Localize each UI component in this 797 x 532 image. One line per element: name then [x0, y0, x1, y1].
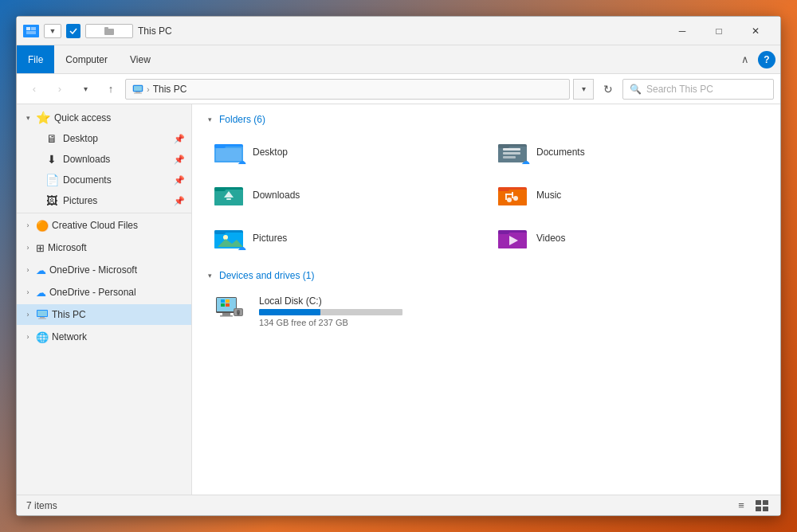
svg-rect-1	[26, 27, 30, 30]
svg-rect-37	[505, 194, 513, 195]
svg-rect-2	[31, 27, 36, 30]
sidebar-downloads-label: Downloads	[63, 154, 110, 165]
search-icon: 🔍	[630, 84, 642, 95]
maximize-button[interactable]: □	[701, 17, 737, 45]
quick-access-label: Quick access	[54, 112, 111, 123]
forward-button[interactable]: ›	[49, 78, 71, 100]
folders-section-header[interactable]: ▾ Folders (6)	[205, 114, 768, 125]
computer-address-icon	[132, 84, 143, 94]
pictures-pin-icon: 📌	[174, 196, 185, 206]
window-controls: ─ □ ✕	[664, 17, 774, 45]
svg-rect-45	[498, 230, 509, 234]
path-button[interactable]	[85, 24, 133, 38]
address-bar: ‹ › ▾ ↑ › This PC ▾ ↻ 🔍 Search This PC	[17, 74, 780, 104]
desktop-pin-icon: 📌	[174, 134, 185, 144]
detail-view-button[interactable]	[753, 497, 771, 514]
drive-item-c[interactable]: Local Disk (C:) 134 GB free of 237 GB	[205, 289, 768, 334]
nav-dropdown-button[interactable]: ▾	[74, 78, 96, 100]
svg-rect-51	[221, 299, 225, 303]
svg-rect-54	[226, 303, 230, 307]
sidebar-item-pictures[interactable]: 🖼 Pictures 📌	[17, 190, 191, 211]
sidebar-section-quick-access: ▾ ⭐ Quick access 🖥 Desktop 📌 ⬇ Downloads…	[17, 108, 191, 211]
quick-access-chevron: ▾	[23, 114, 33, 122]
sidebar-onedrive-personal-header[interactable]: › ☁ OneDrive - Personal	[17, 282, 191, 303]
ribbon-tab-file[interactable]: File	[17, 45, 54, 73]
pictures-icon: 🖼	[45, 194, 58, 207]
sidebar: ▾ ⭐ Quick access 🖥 Desktop 📌 ⬇ Downloads…	[17, 104, 192, 495]
pictures-folder-label: Pictures	[253, 233, 287, 244]
downloads-folder-label: Downloads	[253, 190, 300, 201]
status-bar: 7 items ≡	[17, 495, 780, 515]
minimize-button[interactable]: ─	[664, 17, 701, 45]
items-count: 7 items	[26, 500, 57, 511]
sidebar-network-header[interactable]: › 🌐 Network	[17, 327, 191, 347]
onedrive-personal-chevron: ›	[23, 288, 33, 296]
svg-rect-10	[134, 86, 142, 91]
address-path[interactable]: › This PC	[125, 79, 570, 100]
folder-item-music[interactable]: Music	[489, 176, 768, 214]
svg-point-33	[507, 198, 512, 202]
folder-item-videos[interactable]: Videos	[489, 219, 768, 257]
svg-point-34	[513, 196, 518, 201]
documents-icon: 📄	[45, 174, 58, 186]
close-button[interactable]: ✕	[737, 17, 774, 45]
downloads-pin-icon: 📌	[174, 155, 185, 165]
svg-rect-21	[498, 144, 509, 148]
svg-rect-12	[37, 311, 47, 316]
sidebar-onedrive-ms-label: OneDrive - Microsoft	[49, 264, 137, 276]
sidebar-section-onedrive-ms: › ☁ OneDrive - Microsoft	[17, 260, 191, 280]
onedrive-ms-chevron: ›	[23, 266, 33, 274]
address-dropdown-button[interactable]: ▾	[573, 79, 594, 100]
sidebar-microsoft-header[interactable]: › ⊞ Microsoft	[17, 237, 191, 258]
sidebar-quick-access-header[interactable]: ▾ ⭐ Quick access	[17, 108, 191, 128]
drives-section-label: Devices and drives (1)	[219, 270, 314, 281]
drives-section-header[interactable]: ▾ Devices and drives (1)	[205, 270, 768, 281]
svg-rect-40	[214, 230, 226, 234]
folder-item-documents[interactable]: ☁ Documents	[489, 133, 768, 171]
view-buttons: ≡	[732, 497, 771, 514]
address-path-label: This PC	[153, 84, 187, 95]
sidebar-onedrive-ms-header[interactable]: › ☁ OneDrive - Microsoft	[17, 260, 191, 280]
ribbon-collapse-button[interactable]: ∧	[734, 49, 756, 71]
search-box[interactable]: 🔍 Search This PC	[622, 79, 774, 100]
quick-access-button[interactable]: ▼	[44, 24, 61, 38]
up-button[interactable]: ↑	[100, 78, 122, 100]
folder-item-pictures[interactable]: ☁ Pictures	[205, 219, 484, 257]
sidebar-section-this-pc: › This PC	[17, 304, 191, 325]
svg-rect-8	[135, 92, 140, 93]
checkmark-button[interactable]	[66, 24, 80, 38]
sidebar-section-microsoft: › ⊞ Microsoft	[17, 237, 191, 258]
sidebar-item-downloads[interactable]: ⬇ Downloads 📌	[17, 149, 191, 170]
network-chevron: ›	[23, 333, 33, 341]
sidebar-creative-cloud-header[interactable]: › 🟠 Creative Cloud Files	[17, 215, 191, 236]
desktop-icon: 🖥	[45, 132, 58, 145]
sidebar-item-desktop[interactable]: 🖥 Desktop 📌	[17, 128, 191, 149]
drive-c-name: Local Disk (C:)	[259, 295, 402, 307]
folder-item-desktop[interactable]: ☁ Desktop	[205, 133, 484, 171]
drives-chevron: ▾	[205, 272, 214, 280]
svg-rect-29	[226, 198, 231, 200]
this-pc-icon	[36, 309, 49, 320]
videos-folder-icon	[498, 226, 527, 250]
ribbon-help-button[interactable]: ?	[758, 51, 775, 68]
documents-folder-icon-wrap: ☁	[497, 138, 528, 166]
music-folder-icon-wrap	[497, 181, 528, 209]
refresh-button[interactable]: ↻	[597, 78, 619, 100]
ribbon-tab-view[interactable]: View	[119, 45, 162, 73]
sidebar-section-onedrive-personal: › ☁ OneDrive - Personal	[17, 282, 191, 303]
sidebar-section-network: › 🌐 Network	[17, 327, 191, 347]
sidebar-this-pc-label: This PC	[52, 309, 86, 320]
sidebar-this-pc-header[interactable]: › This PC	[17, 304, 191, 325]
ribbon-tab-computer[interactable]: Computer	[54, 45, 119, 73]
back-button[interactable]: ‹	[23, 78, 45, 100]
sidebar-item-documents[interactable]: 📄 Documents 📌	[17, 170, 191, 190]
title-bar-left: ▼ This PC	[23, 24, 664, 38]
videos-folder-label: Videos	[536, 233, 565, 244]
folder-item-downloads[interactable]: Downloads	[205, 176, 484, 214]
list-view-button[interactable]: ≡	[732, 497, 750, 514]
svg-rect-53	[221, 303, 225, 307]
creative-cloud-chevron: ›	[23, 221, 33, 229]
svg-rect-14	[38, 319, 46, 319]
svg-rect-49	[222, 313, 230, 315]
content-area: ▾ Folders (6) ☁ Desktop	[192, 104, 780, 495]
